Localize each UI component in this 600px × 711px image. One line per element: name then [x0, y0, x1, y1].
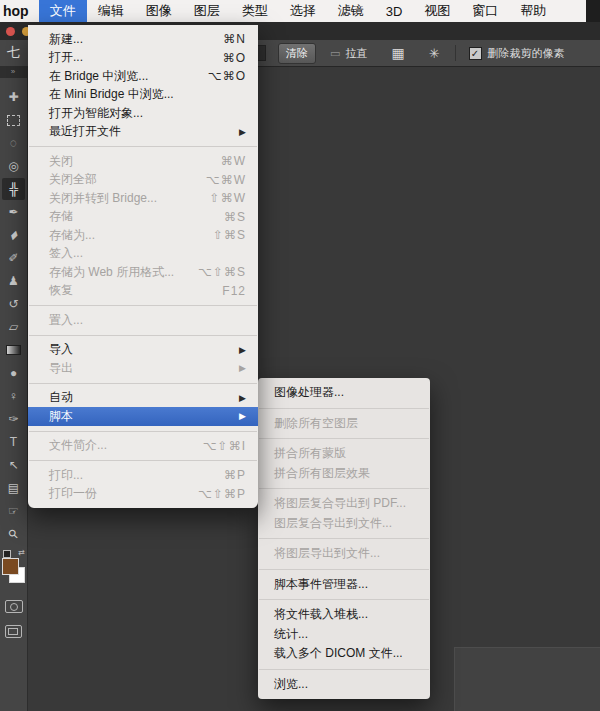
- menubar-item[interactable]: 图层: [183, 0, 231, 22]
- menubar-item[interactable]: 编辑: [87, 0, 135, 22]
- menu-item[interactable]: 关闭全部⌥⌘W: [28, 171, 258, 190]
- menu-item[interactable]: 浏览...: [258, 675, 430, 695]
- menu-item[interactable]: 删除所有空图层: [258, 414, 430, 434]
- rectangle-tool-icon[interactable]: ▤: [2, 477, 25, 499]
- menu-item[interactable]: 将图层复合导出到 PDF...: [258, 494, 430, 514]
- pen-tool-icon[interactable]: ✑: [2, 408, 25, 430]
- straighten-button[interactable]: ▭ 拉直: [330, 46, 367, 61]
- menubar-item[interactable]: 视图: [413, 0, 461, 22]
- gradient-tool-icon[interactable]: [2, 339, 25, 361]
- close-button[interactable]: [6, 27, 15, 36]
- crop-settings-gear-icon[interactable]: ✳: [429, 46, 440, 61]
- menu-item[interactable]: 存储⌘S: [28, 208, 258, 227]
- zoom-tool-icon[interactable]: ⚲: [2, 523, 25, 545]
- menu-item[interactable]: 打开...⌘O: [28, 49, 258, 68]
- overlay-grid-icon[interactable]: ▦: [391, 45, 404, 61]
- submenu-arrow-icon: ▶: [239, 345, 246, 355]
- foreground-color-swatch[interactable]: [2, 558, 19, 575]
- clone-stamp-tool-icon[interactable]: ♟: [2, 270, 25, 292]
- menu-item-label: 签入...: [49, 245, 246, 262]
- menubar-item[interactable]: 窗口: [461, 0, 509, 22]
- delete-cropped-pixels-checkbox[interactable]: ✓ 删除裁剪的像素: [469, 46, 565, 61]
- menu-item[interactable]: 脚本▶: [28, 407, 258, 426]
- menu-separator: [29, 305, 257, 306]
- menu-item-label: 图层复合导出到文件...: [274, 515, 418, 532]
- menu-item-label: 恢复: [49, 282, 212, 299]
- clear-button[interactable]: 清除: [278, 43, 316, 64]
- menu-item[interactable]: 脚本事件管理器...: [258, 575, 430, 595]
- menu-item[interactable]: 打开为智能对象...: [28, 104, 258, 123]
- menu-item[interactable]: 将图层导出到文件...: [258, 544, 430, 564]
- menu-item[interactable]: 在 Mini Bridge 中浏览...: [28, 86, 258, 105]
- swap-colors-icon[interactable]: ⇄: [18, 548, 25, 557]
- rectangular-marquee-tool-icon[interactable]: [2, 109, 25, 131]
- menu-item[interactable]: 关闭⌘W: [28, 152, 258, 171]
- eraser-tool-icon[interactable]: ▱: [2, 316, 25, 338]
- menu-item-label: 脚本事件管理器...: [274, 576, 418, 593]
- menu-item[interactable]: 存储为...⇧⌘S: [28, 226, 258, 245]
- lasso-tool-icon[interactable]: ◌: [2, 132, 25, 154]
- blur-tool-icon[interactable]: ●: [2, 362, 25, 384]
- menu-item[interactable]: 签入...: [28, 245, 258, 264]
- hand-tool-icon[interactable]: ☞: [2, 500, 25, 522]
- menu-item-label: 统计...: [274, 626, 418, 643]
- menubar-item[interactable]: 图像: [135, 0, 183, 22]
- dodge-tool-icon[interactable]: ♀: [2, 385, 25, 407]
- menu-item[interactable]: 图层复合导出到文件...: [258, 514, 430, 534]
- menu-item[interactable]: 将文件载入堆栈...: [258, 605, 430, 625]
- menu-item-label: 打开为智能对象...: [49, 105, 246, 122]
- history-brush-tool-icon[interactable]: ↺: [2, 293, 25, 315]
- menu-item[interactable]: 最近打开文件▶: [28, 123, 258, 142]
- file-menu-dropdown: 新建...⌘N打开...⌘O在 Bridge 中浏览...⌥⌘O在 Mini B…: [28, 25, 258, 508]
- menu-item[interactable]: 图像处理器...: [258, 383, 430, 403]
- menu-item-label: 存储: [49, 208, 214, 225]
- menu-separator: [29, 335, 257, 336]
- menu-item[interactable]: 在 Bridge 中浏览...⌥⌘O: [28, 67, 258, 86]
- menu-item[interactable]: 文件简介...⌥⇧⌘I: [28, 437, 258, 456]
- submenu-arrow-icon: ▶: [239, 393, 246, 403]
- brush-tool-icon[interactable]: ✐: [2, 247, 25, 269]
- menu-item[interactable]: 拼合所有蒙版: [258, 444, 430, 464]
- menu-item-shortcut: ⌘W: [221, 154, 246, 168]
- menu-item-label: 拼合所有图层效果: [274, 465, 418, 482]
- menu-item-label: 在 Bridge 中浏览...: [49, 68, 198, 85]
- menu-item[interactable]: 新建...⌘N: [28, 30, 258, 49]
- move-tool-icon[interactable]: ✚: [2, 86, 25, 108]
- menu-separator: [259, 569, 429, 570]
- menubar-item[interactable]: 帮助: [509, 0, 557, 22]
- path-selection-tool-icon[interactable]: ↖: [2, 454, 25, 476]
- menu-item-label: 脚本: [49, 408, 229, 425]
- menu-item[interactable]: 打印一份⌥⇧⌘P: [28, 485, 258, 504]
- menu-item[interactable]: 导出▶: [28, 359, 258, 378]
- menu-item[interactable]: 统计...: [258, 625, 430, 645]
- crop-tool-icon[interactable]: ╬: [2, 178, 25, 200]
- menubar-item[interactable]: 3D: [375, 0, 414, 22]
- menu-item[interactable]: 关闭并转到 Bridge...⇧⌘W: [28, 189, 258, 208]
- screen-mode-button[interactable]: [5, 625, 22, 638]
- menu-item-label: 新建...: [49, 31, 213, 48]
- quick-selection-tool-icon[interactable]: ◎: [2, 155, 25, 177]
- type-tool-icon[interactable]: T: [2, 431, 25, 453]
- menu-item[interactable]: 打印...⌘P: [28, 466, 258, 485]
- menubar-item[interactable]: 选择: [279, 0, 327, 22]
- menu-item-shortcut: ⌥⇧⌘I: [203, 439, 246, 453]
- panel-collapse-chevrons-icon[interactable]: »: [0, 66, 27, 78]
- screen-corner: [586, 0, 600, 22]
- menu-item-label: 自动: [49, 389, 229, 406]
- app-menu-title[interactable]: hop: [0, 0, 39, 22]
- eyedropper-tool-icon[interactable]: ✒: [2, 201, 25, 223]
- menu-item[interactable]: 存储为 Web 所用格式...⌥⇧⌘S: [28, 263, 258, 282]
- menu-item[interactable]: 拼合所有图层效果: [258, 464, 430, 484]
- menubar-item[interactable]: 滤镜: [327, 0, 375, 22]
- menu-item[interactable]: 导入▶: [28, 341, 258, 360]
- spot-healing-brush-tool-icon[interactable]: ▰: [2, 224, 25, 246]
- menu-separator: [29, 460, 257, 461]
- menu-item[interactable]: 载入多个 DICOM 文件...: [258, 644, 430, 664]
- menubar-item[interactable]: 文件: [39, 0, 87, 22]
- default-colors-icon[interactable]: [3, 550, 11, 558]
- menubar-item[interactable]: 类型: [231, 0, 279, 22]
- quick-mask-mode-button[interactable]: [5, 600, 23, 613]
- menu-item[interactable]: 恢复F12: [28, 282, 258, 301]
- menu-item[interactable]: 置入...: [28, 311, 258, 330]
- menu-item[interactable]: 自动▶: [28, 389, 258, 408]
